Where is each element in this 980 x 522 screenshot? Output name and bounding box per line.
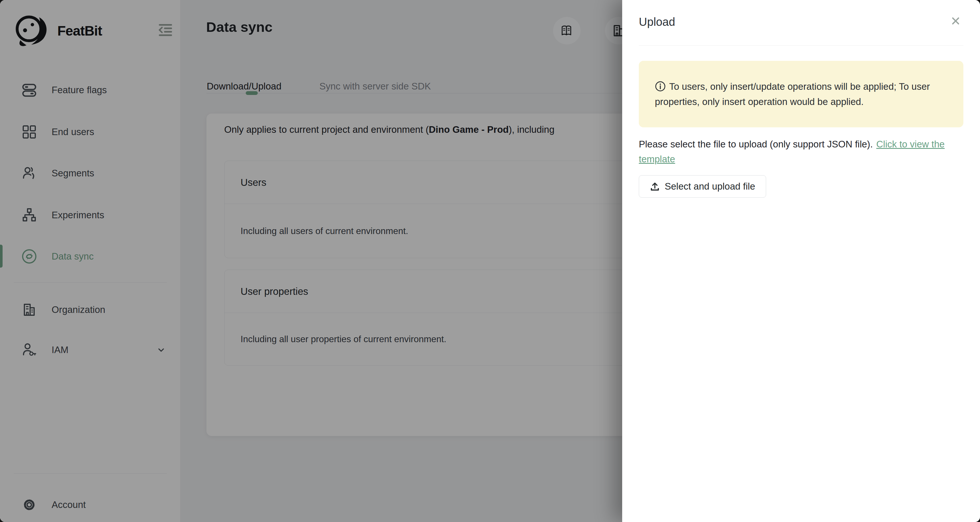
upload-drawer: Upload To users, only insert/update oper… xyxy=(622,0,980,522)
info-circle-icon xyxy=(655,81,666,92)
instruction-text: Please select the file to upload (only s… xyxy=(639,139,873,150)
select-upload-file-button[interactable]: Select and upload file xyxy=(639,175,766,197)
drawer-title: Upload xyxy=(639,16,675,29)
alert-text: To users, only insert/update operations … xyxy=(655,79,930,109)
upload-info-alert: To users, only insert/update operations … xyxy=(639,61,963,127)
drawer-header-divider xyxy=(639,45,963,46)
alert-message: To users, only insert/update operations … xyxy=(655,81,930,107)
upload-instruction: Please select the file to upload (only s… xyxy=(639,137,965,167)
app-window: FeatBit Featur xyxy=(0,0,980,522)
upload-button-label: Select and upload file xyxy=(665,181,755,192)
upload-icon xyxy=(650,181,660,192)
close-icon[interactable] xyxy=(951,16,961,26)
